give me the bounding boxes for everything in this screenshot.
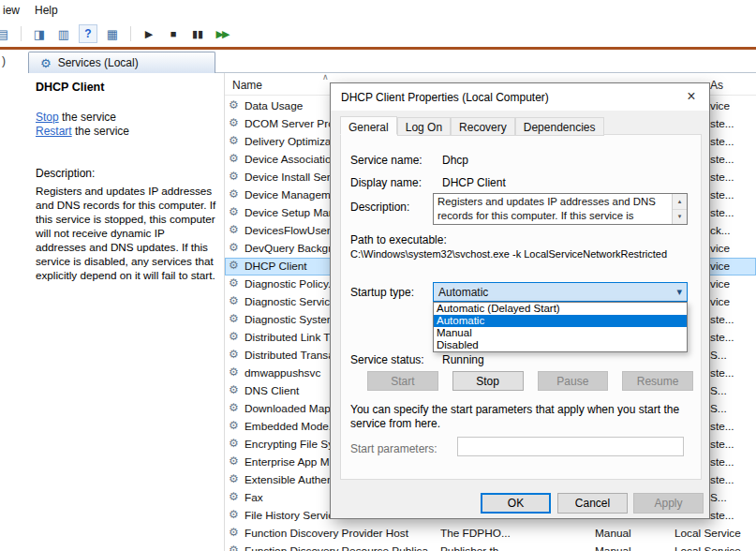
service-action-button[interactable]: Pause: [538, 371, 609, 391]
dropdown-option[interactable]: Automatic: [434, 315, 687, 327]
path-value: C:\Windows\system32\svchost.exe -k Local…: [350, 248, 699, 260]
service-startup-type-cell: Manual: [595, 527, 670, 540]
dialog-tab[interactable]: Log On: [397, 117, 451, 136]
column-header-logon-as-fragment[interactable]: As: [710, 79, 723, 92]
service-gear-icon: ⚙: [229, 276, 239, 290]
services-console-window: iew Help ▤ ◨ ▥ ? ▦ ▶ ■ ▮▮ ▶▶ ) ⚙ Service…: [0, 0, 756, 551]
service-gear-icon: ⚙: [229, 170, 239, 183]
service-logon-fragment-cell: ste...: [710, 313, 755, 326]
chevron-down-icon: ▾: [676, 286, 682, 298]
service-description-text: Registers and updates IP addresses and D…: [36, 184, 217, 282]
service-gear-icon: ⚙: [229, 419, 239, 432]
ok-button[interactable]: OK: [481, 493, 551, 514]
service-action-button[interactable]: Resume: [622, 371, 693, 391]
console-tree-pane[interactable]: ): [0, 50, 27, 551]
startup-type-dropdown: Automatic (Delayed Start) Automatic Manu…: [433, 302, 688, 352]
start-parameters-label: Start parameters:: [350, 442, 437, 455]
service-gear-icon: ⚙: [229, 437, 239, 450]
service-gear-icon: ⚙: [229, 187, 239, 201]
dropdown-option[interactable]: Disabled: [434, 339, 687, 351]
restart-service-icon[interactable]: ▶▶: [213, 24, 231, 43]
tab-services-local[interactable]: ⚙ Services (Local): [28, 52, 215, 73]
extended-info-pane: DHCP Client Stop the service Restart the…: [28, 73, 225, 551]
display-name-label: Display name:: [350, 176, 422, 189]
general-tab-page: Service name: Dhcp Display name: DHCP Cl…: [340, 134, 702, 480]
service-name-value: Dhcp: [442, 154, 468, 167]
service-gear-icon: ⚙: [229, 526, 239, 539]
service-gear-icon: ⚙: [229, 205, 239, 218]
service-logon-fragment-cell: S...: [710, 349, 755, 362]
menu-view[interactable]: iew: [3, 4, 20, 17]
show-console-tree-icon[interactable]: ◨: [30, 24, 49, 43]
service-action-button[interactable]: Stop: [452, 371, 524, 391]
service-logon-fragment-cell: ste...: [710, 420, 755, 433]
service-gear-icon: ⚙: [229, 152, 239, 165]
dialog-tab[interactable]: Dependencies: [515, 117, 604, 136]
list-view-icon[interactable]: ▦: [103, 24, 122, 43]
dialog-tab-strip: General Log On Recovery Dependencies: [340, 116, 604, 135]
dialog-tab[interactable]: General: [340, 116, 397, 135]
services-icon: ⚙: [40, 56, 52, 70]
selected-service-title: DHCP Client: [36, 81, 216, 94]
stop-service-icon[interactable]: ■: [164, 24, 183, 43]
stop-service-link[interactable]: Stop: [36, 111, 59, 124]
service-logon-fragment-cell: vice: [710, 242, 755, 255]
service-logon-fragment-cell: vice: [710, 277, 755, 290]
restart-service-line: Restart the service: [36, 125, 216, 139]
service-action-button[interactable]: Start: [367, 371, 438, 391]
column-header-name[interactable]: Name: [232, 79, 262, 92]
service-name-cell: Function Discovery Resource Publica...: [245, 544, 456, 551]
toolbar: ▤ ◨ ▥ ? ▦ ▶ ■ ▮▮ ▶▶: [0, 21, 756, 47]
service-logon-fragment-cell: ste...: [710, 331, 755, 344]
dropdown-option[interactable]: Automatic (Delayed Start): [434, 303, 687, 315]
service-description-cell: Publisher th...: [440, 544, 526, 551]
start-parameters-input[interactable]: [457, 437, 684, 456]
startup-type-combobox[interactable]: Automatic ▾: [433, 282, 688, 302]
start-parameters-note: You can specify the start parameters tha…: [350, 403, 686, 431]
help-icon[interactable]: ?: [79, 24, 97, 43]
description-textbox-text: Registers and updates IP addresses and D…: [437, 195, 659, 223]
cancel-button[interactable]: Cancel: [557, 493, 628, 514]
export-list-icon[interactable]: ▥: [54, 24, 73, 43]
dialog-titlebar[interactable]: DHCP Client Properties (Local Computer) …: [331, 83, 709, 111]
sort-ascending-icon: ∧: [322, 72, 329, 82]
apply-button[interactable]: Apply: [633, 493, 704, 514]
startup-type-label: Startup type:: [350, 286, 414, 299]
startup-type-value: Automatic: [438, 286, 488, 299]
service-logon-as-cell: Local Service: [674, 544, 755, 551]
window-icon[interactable]: ▤: [0, 24, 12, 43]
menu-help[interactable]: Help: [35, 4, 58, 17]
service-gear-icon: ⚙: [229, 294, 239, 307]
dropdown-option[interactable]: Manual: [434, 327, 687, 339]
service-logon-fragment-cell: ste...: [710, 366, 755, 380]
restart-service-link[interactable]: Restart: [36, 125, 72, 138]
toolbar-separator: [21, 26, 22, 41]
service-status-label: Service status:: [350, 353, 424, 366]
scroll-up-icon[interactable]: ▴: [673, 194, 687, 210]
service-gear-icon: ⚙: [229, 508, 239, 521]
service-action-buttons: Start Stop Pause Resume: [350, 371, 693, 391]
service-logon-as-cell: Local Service: [674, 527, 755, 540]
service-gear-icon: ⚙: [229, 98, 239, 112]
service-row[interactable]: ⚙ Function Discovery Provider Host The F…: [225, 525, 756, 543]
toolbar-separator: [130, 26, 131, 41]
dialog-tab[interactable]: Recovery: [451, 117, 515, 136]
description-textbox[interactable]: Registers and updates IP addresses and D…: [433, 193, 688, 225]
close-button[interactable]: ×: [674, 84, 708, 109]
service-gear-icon: ⚙: [229, 241, 239, 254]
path-label: Path to executable:: [350, 233, 447, 246]
service-logon-fragment-cell: ste...: [710, 171, 755, 184]
service-gear-icon: ⚙: [229, 223, 239, 236]
service-gear-icon: ⚙: [229, 330, 239, 343]
scroll-down-icon[interactable]: ▾: [673, 210, 687, 225]
service-logon-fragment-cell: ste...: [710, 206, 755, 219]
description-label: Description:: [36, 167, 216, 180]
service-row[interactable]: ⚙ Function Discovery Resource Publica...…: [225, 543, 756, 551]
menu-bar: iew Help: [0, 0, 756, 21]
pause-service-icon[interactable]: ▮▮: [188, 24, 207, 43]
start-service-icon[interactable]: ▶: [140, 24, 158, 43]
service-gear-icon: ⚙: [229, 472, 239, 485]
service-logon-fragment-cell: S...: [710, 491, 755, 504]
service-gear-icon: ⚙: [229, 259, 239, 272]
dialog-title: DHCP Client Properties (Local Computer): [341, 91, 549, 104]
